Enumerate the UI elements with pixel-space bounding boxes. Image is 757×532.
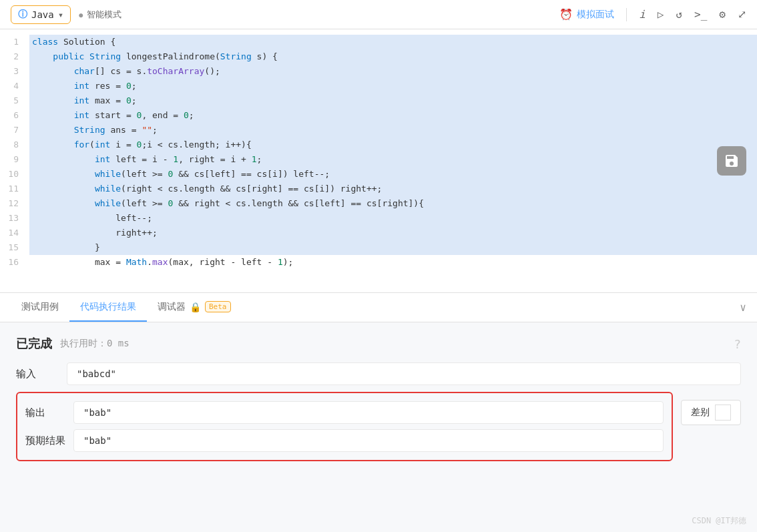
italic-icon[interactable]: i <box>639 8 646 21</box>
code-line: while(right < cs.length && cs[right] == … <box>29 182 757 196</box>
diff-white-box <box>715 405 731 421</box>
expected-label: 预期结果 <box>25 429 65 447</box>
toolbar-right: ⏰ 模拟面试 i ▷ ↺ >_ ⚙ ⤢ <box>559 8 746 21</box>
tab-chevron-down-icon[interactable]: ∨ <box>740 301 746 314</box>
output-row: 输出 "bab" <box>25 401 664 424</box>
line-number: 4 <box>5 79 19 93</box>
code-line: int left = i - 1, right = i + 1; <box>29 152 757 167</box>
tab-execution-result-label: 代码执行结果 <box>80 301 136 313</box>
output-content: "bab" <box>73 401 664 424</box>
input-label: 输入 <box>16 362 56 380</box>
code-line: int max = 0; <box>29 93 757 108</box>
save-button[interactable] <box>717 146 746 176</box>
line-number: 8 <box>5 138 19 152</box>
code-content[interactable]: class Solution { public String longestPa… <box>27 29 757 292</box>
bottom-tabs: 测试用例 代码执行结果 调试器 🔒 Beta ∨ <box>0 293 757 322</box>
expected-row: 预期结果 "bab" <box>25 429 664 452</box>
code-line: } <box>29 240 757 255</box>
code-line: right++; <box>29 226 757 240</box>
toolbar-icons: i ▷ ↺ >_ ⚙ ⤢ <box>639 8 746 21</box>
tab-debugger-label: 调试器 <box>158 301 186 313</box>
beta-badge: Beta <box>205 301 231 312</box>
simulate-label: 模拟面试 <box>577 9 614 21</box>
refresh-icon[interactable]: ↺ <box>676 8 682 21</box>
bottom-tabs-left: 测试用例 代码执行结果 调试器 🔒 Beta <box>11 293 242 322</box>
code-line: while(left >= 0 && cs[left] == cs[i]) le… <box>29 167 757 182</box>
output-section: 输出 "bab" 预期结果 "bab" <box>16 392 673 461</box>
line-number: 9 <box>5 152 19 167</box>
output-label: 输出 <box>25 401 65 419</box>
results-area: 已完成 执行用时：0 ms ? 输入 "babcd" 输出 "bab" 预期结果 <box>0 322 757 532</box>
line-numbers: 12345678910111213141516 <box>0 29 27 292</box>
line-number: 13 <box>5 211 19 226</box>
code-line: max = Math.max(max, right - left - 1); <box>29 255 757 270</box>
result-header: 已完成 执行用时：0 ms ? <box>16 336 741 352</box>
editor-area: 12345678910111213141516 class Solution {… <box>0 29 757 293</box>
help-icon[interactable]: ? <box>734 337 741 351</box>
tab-execution-result[interactable]: 代码执行结果 <box>69 293 147 322</box>
settings-icon[interactable]: ⚙ <box>719 8 726 21</box>
simulate-button[interactable]: ⏰ 模拟面试 <box>559 8 614 21</box>
line-number: 16 <box>5 255 19 270</box>
code-container[interactable]: 12345678910111213141516 class Solution {… <box>0 29 757 292</box>
expand-icon[interactable]: ⤢ <box>738 8 746 21</box>
alarm-icon: ⏰ <box>559 8 573 21</box>
line-number: 10 <box>5 167 19 182</box>
input-value: "babcd" <box>67 362 741 385</box>
lang-label: Java <box>31 9 54 20</box>
line-number: 11 <box>5 182 19 196</box>
result-time: 执行用时：0 ms <box>60 338 130 350</box>
chevron-down-icon: ▾ <box>58 9 63 20</box>
smart-mode-label: 智能模式 <box>79 9 121 21</box>
terminal-icon[interactable]: >_ <box>694 8 707 21</box>
line-number: 1 <box>5 35 19 49</box>
code-line: while(left >= 0 && right < cs.length && … <box>29 196 757 211</box>
code-line: for(int i = 0;i < cs.length; i++){ <box>29 138 757 152</box>
expected-value: "bab" <box>73 429 664 452</box>
line-number: 15 <box>5 240 19 255</box>
code-line: int start = 0, end = 0; <box>29 108 757 123</box>
diff-button[interactable]: 差别 <box>681 400 741 425</box>
expected-content: "bab" <box>73 429 664 452</box>
diff-button-label: 差别 <box>691 407 710 419</box>
lock-icon: 🔒 <box>190 302 201 312</box>
result-status: 已完成 <box>16 336 52 352</box>
info-icon: ⓘ <box>18 9 27 21</box>
code-line: left--; <box>29 211 757 226</box>
line-number: 2 <box>5 49 19 64</box>
tab-debugger[interactable]: 调试器 🔒 Beta <box>147 293 242 322</box>
code-line: class Solution { <box>29 35 757 49</box>
watermark: CSDN @IT邦德 <box>692 515 746 527</box>
line-number: 7 <box>5 123 19 138</box>
line-number: 12 <box>5 196 19 211</box>
line-number: 14 <box>5 226 19 240</box>
play-icon[interactable]: ▷ <box>658 8 664 21</box>
toolbar-divider <box>626 8 627 21</box>
code-line: public String longestPalindrome(String s… <box>29 49 757 64</box>
toolbar-left: ⓘ Java ▾ 智能模式 <box>11 5 121 24</box>
line-number: 6 <box>5 108 19 123</box>
tab-test-cases[interactable]: 测试用例 <box>11 293 69 322</box>
code-line: int res = 0; <box>29 79 757 93</box>
code-line: char[] cs = s.toCharArray(); <box>29 64 757 79</box>
input-row: 输入 "babcd" <box>16 362 741 385</box>
output-value: "bab" <box>73 401 664 424</box>
lang-selector[interactable]: ⓘ Java ▾ <box>11 5 71 24</box>
line-number: 5 <box>5 93 19 108</box>
save-icon <box>724 153 740 169</box>
tab-test-cases-label: 测试用例 <box>21 301 59 313</box>
code-line: String ans = ""; <box>29 123 757 138</box>
toolbar: ⓘ Java ▾ 智能模式 ⏰ 模拟面试 i ▷ ↺ >_ ⚙ ⤢ <box>0 0 757 29</box>
line-number: 3 <box>5 64 19 79</box>
